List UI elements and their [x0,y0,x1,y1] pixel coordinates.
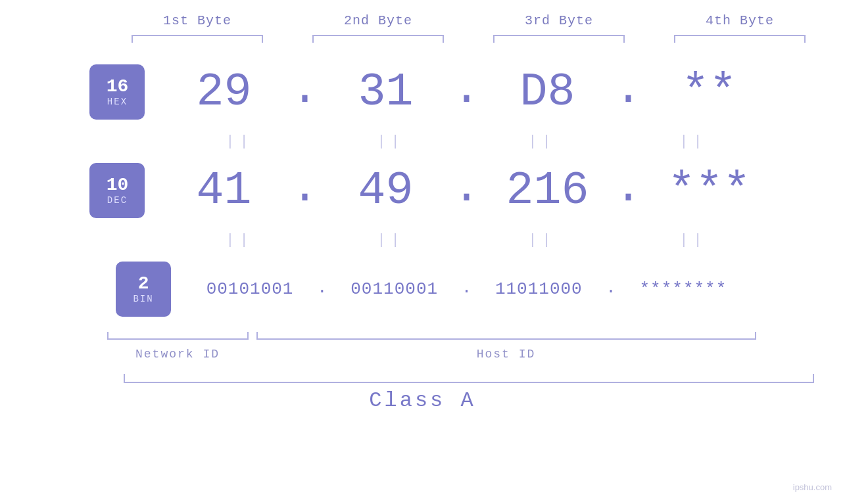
bottom-brackets [107,332,831,345]
eq1-b2: || [326,133,457,150]
hex-b3: D8 [482,66,614,118]
equals-row-1: || || || || [174,128,760,154]
network-bracket [107,332,249,340]
dec-badge: 10 DEC [89,163,145,218]
class-label: Class A [369,388,475,413]
bin-dot2: . [462,279,472,299]
bin-dot3: . [606,279,616,299]
eq1-b4: || [628,133,760,150]
network-id-label: Network ID [107,348,249,361]
hex-dot3: . [615,67,642,118]
host-bracket [256,332,756,340]
bin-values: 00101001 . 00110001 . 11011000 . *******… [171,279,762,299]
bracket-byte4 [674,35,806,43]
hex-dot1: . [291,67,318,118]
bin-badge-num: 2 [138,274,149,294]
dec-dot3: . [615,166,642,217]
dec-b3: 216 [482,165,614,217]
hex-badge-num: 16 [107,77,129,97]
host-id-label: Host ID [256,348,756,361]
dec-b4: *** [644,165,775,217]
class-bracket [124,374,814,383]
bin-badge-label: BIN [133,294,153,304]
eq2-b3: || [477,232,608,248]
byte-headers: 1st Byte 2nd Byte 3rd Byte 4th Byte [107,13,831,28]
id-labels: Network ID Host ID [107,348,831,361]
byte3-header: 3rd Byte [487,13,631,28]
byte2-header: 2nd Byte [306,13,450,28]
dec-badge-num: 10 [107,175,129,196]
dec-b1: 41 [158,165,289,217]
bin-dot1: . [317,279,327,299]
bracket-byte2 [312,35,444,43]
main-container: 1st Byte 2nd Byte 3rd Byte 4th Byte 16 H… [0,0,845,504]
hex-row: 16 HEX 29 . 31 . D8 . ** [57,56,788,128]
dec-dot1: . [291,166,318,217]
eq2-b4: || [628,232,760,248]
bracket-byte3 [493,35,625,43]
dec-row: 10 DEC 41 . 49 . 216 . *** [57,154,788,227]
eq1-b1: || [174,133,306,150]
dec-values: 41 . 49 . 216 . *** [145,165,788,217]
bin-badge: 2 BIN [116,262,171,317]
hex-b2: 31 [320,66,451,118]
bin-b4: ******** [617,279,749,299]
equals-row-2: || || || || [174,227,760,253]
hex-dot2: . [452,67,480,118]
hex-b1: 29 [158,66,289,118]
hex-b4: ** [644,66,775,118]
top-brackets [107,35,831,43]
bracket-byte1 [132,35,263,43]
hex-values: 29 . 31 . D8 . ** [145,66,788,118]
eq2-b1: || [174,232,306,248]
byte1-header: 1st Byte [125,13,270,28]
hex-badge: 16 HEX [89,64,145,120]
dec-b2: 49 [320,165,451,217]
watermark: ipshu.com [793,482,832,492]
eq1-b3: || [477,133,608,150]
bin-b1: 00101001 [184,279,316,299]
bin-row: 2 BIN 00101001 . 00110001 . 11011000 . *… [83,253,762,325]
eq2-b2: || [326,232,457,248]
bin-b3: 11011000 [473,279,604,299]
hex-badge-label: HEX [107,97,128,107]
dec-badge-label: DEC [107,195,128,206]
dec-dot2: . [452,166,480,217]
bin-b2: 00110001 [329,279,460,299]
byte4-header: 4th Byte [667,13,812,28]
